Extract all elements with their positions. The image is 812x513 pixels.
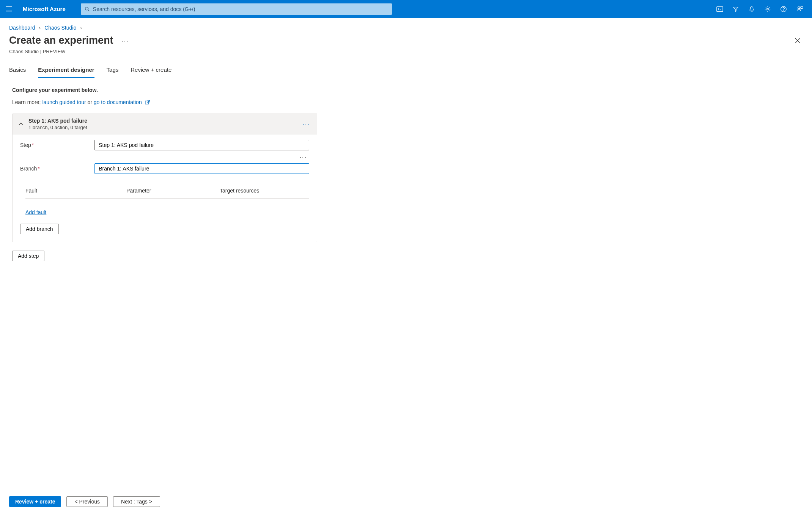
tabs: Basics Experiment designer Tags Review +…	[0, 54, 812, 78]
svg-point-4	[767, 8, 769, 10]
search-input[interactable]: Search resources, services, and docs (G+…	[81, 3, 392, 15]
search-icon	[85, 6, 90, 12]
step-row: Step*	[20, 140, 309, 150]
tab-review-create[interactable]: Review + create	[131, 66, 172, 78]
svg-point-7	[798, 6, 800, 8]
page-more-icon[interactable]: ···	[121, 38, 129, 45]
go-to-documentation-link[interactable]: go to documentation	[94, 99, 142, 105]
or-text: or	[86, 99, 94, 105]
branch-input[interactable]	[94, 163, 309, 174]
branch-more-icon[interactable]: ···	[300, 154, 307, 161]
svg-line-1	[88, 9, 90, 11]
tab-tags[interactable]: Tags	[107, 66, 119, 78]
hamburger-menu-icon[interactable]	[5, 4, 15, 14]
breadcrumb-link-dashboard[interactable]: Dashboard	[9, 25, 35, 31]
directory-filter-icon[interactable]	[732, 6, 739, 13]
help-icon[interactable]	[780, 6, 787, 13]
svg-point-0	[85, 7, 88, 10]
page-subtitle: Chaos Studio | PREVIEW	[9, 49, 792, 54]
svg-rect-11	[145, 101, 148, 104]
external-link-icon	[145, 100, 150, 105]
step-body: Step* ··· Branch* Fault Parameter Target…	[13, 134, 317, 242]
fault-table: Fault Parameter Target resources Add fau…	[20, 188, 309, 215]
svg-rect-8	[801, 6, 803, 8]
breadcrumb-link-chaos-studio[interactable]: Chaos Studio	[44, 25, 76, 31]
chevron-right-icon: ›	[39, 25, 41, 31]
add-branch-button[interactable]: Add branch	[20, 224, 59, 234]
settings-gear-icon[interactable]	[764, 6, 771, 13]
chevron-right-icon: ›	[80, 25, 82, 31]
col-fault: Fault	[25, 188, 126, 194]
topbar-icons	[716, 5, 804, 13]
feedback-icon[interactable]	[796, 5, 804, 13]
close-icon[interactable]	[792, 35, 803, 48]
col-parameter: Parameter	[126, 188, 220, 194]
tab-experiment-designer[interactable]: Experiment designer	[38, 66, 94, 78]
branch-row: Branch*	[20, 163, 309, 174]
page-title: Create an experiment	[9, 35, 113, 46]
cloud-shell-icon[interactable]	[716, 6, 723, 13]
add-fault-link[interactable]: Add fault	[25, 209, 46, 215]
notifications-icon[interactable]	[748, 6, 755, 13]
step-more-icon[interactable]: ···	[301, 121, 312, 128]
search-placeholder: Search resources, services, and docs (G+…	[93, 6, 195, 12]
learn-prefix: Learn more;	[12, 99, 42, 105]
add-step-button[interactable]: Add step	[12, 251, 44, 261]
chevron-up-icon[interactable]	[18, 121, 24, 127]
col-target-resources: Target resources	[220, 188, 309, 194]
step-label: Step*	[20, 142, 94, 148]
svg-point-6	[783, 10, 784, 11]
top-bar: Microsoft Azure Search resources, servic…	[0, 0, 812, 18]
brand-label[interactable]: Microsoft Azure	[23, 6, 66, 12]
fault-table-header: Fault Parameter Target resources	[25, 188, 309, 199]
step-title: Step 1: AKS pod failure	[28, 118, 87, 124]
content-area: Configure your experiment below. Learn m…	[0, 78, 326, 276]
tab-basics[interactable]: Basics	[9, 66, 26, 78]
launch-guided-tour-link[interactable]: launch guided tour	[42, 99, 86, 105]
learn-more-line: Learn more; launch guided tour or go to …	[12, 99, 317, 105]
step-header: Step 1: AKS pod failure 1 branch, 0 acti…	[13, 114, 317, 134]
branch-label: Branch*	[20, 166, 94, 172]
svg-rect-2	[717, 6, 723, 11]
configure-heading: Configure your experiment below.	[12, 87, 317, 93]
step-meta: 1 branch, 0 action, 0 target	[28, 125, 87, 130]
step-card: Step 1: AKS pod failure 1 branch, 0 acti…	[12, 114, 317, 242]
breadcrumb: Dashboard › Chaos Studio ›	[0, 18, 812, 35]
page-header: Create an experiment ··· Chaos Studio | …	[0, 35, 812, 54]
step-input[interactable]	[94, 140, 309, 150]
